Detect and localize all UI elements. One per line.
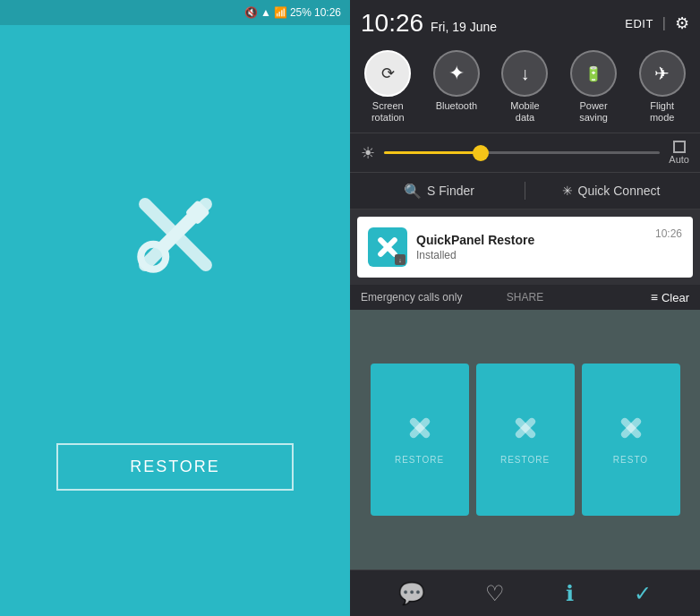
- mobile-data-icon: ↓: [520, 64, 529, 84]
- flight-mode-circle: ✈: [639, 50, 686, 97]
- power-saving-circle: 🔋: [570, 50, 617, 97]
- flight-mode-icon: ✈: [654, 63, 670, 84]
- brightness-thumb: [473, 145, 489, 161]
- wifi-icon: ▲: [260, 6, 271, 19]
- thumb-icon-1: [406, 415, 433, 448]
- brightness-slider[interactable]: [384, 151, 660, 154]
- signal-icon: 📶: [274, 6, 287, 19]
- toggle-flight-mode[interactable]: ✈ Flightmode: [639, 50, 686, 124]
- dock-messages-icon[interactable]: 💬: [398, 581, 425, 606]
- app-icon-area: [117, 25, 234, 443]
- shade-header-right: EDIT | ⚙: [625, 13, 689, 33]
- quick-connect-button[interactable]: ✳ Quick Connect: [533, 184, 689, 198]
- left-panel: 🔇 ▲ 📶 25% 10:26 RESTORE: [0, 0, 350, 616]
- tools-icon: [117, 176, 234, 293]
- notif-content: QuickPanel Restore Installed: [416, 233, 646, 261]
- shade-header: 10:26 Fri, 19 June EDIT | ⚙: [350, 0, 700, 43]
- share-text: SHARE: [507, 291, 543, 304]
- recent-thumb-2[interactable]: RESTORE: [476, 364, 575, 516]
- search-divider: [525, 182, 525, 200]
- search-row: 🔍 S Finder ✳ Quick Connect: [350, 173, 700, 210]
- s-finder-button[interactable]: 🔍 S Finder: [361, 183, 517, 200]
- recent-thumb-1[interactable]: RESTORE: [371, 364, 469, 516]
- shade-time: 10:26: [361, 9, 423, 38]
- thumb-label-1: RESTORE: [395, 455, 444, 465]
- dock-info-icon[interactable]: ℹ: [566, 581, 574, 606]
- quick-toggles: ⟳ Screenrotation ✦ Bluetooth ↓ Mobiledat…: [350, 43, 700, 133]
- bluetooth-circle: ✦: [433, 50, 480, 97]
- power-saving-icon: 🔋: [585, 65, 602, 82]
- notif-time: 10:26: [655, 227, 682, 240]
- thumb-icon-2: [512, 415, 539, 448]
- mobile-data-label: Mobiledata: [510, 100, 539, 124]
- clear-button[interactable]: ≡ Clear: [651, 290, 689, 304]
- brightness-icon: ☀: [361, 143, 375, 163]
- shade-date: Fri, 19 June: [431, 20, 497, 34]
- bluetooth-icon: ✦: [448, 62, 465, 85]
- restore-button[interactable]: RESTORE: [56, 443, 294, 491]
- clear-icon: ≡: [651, 290, 658, 304]
- brightness-row: ☀ Auto: [350, 133, 700, 173]
- thumb-label-3: RESTO: [613, 455, 648, 465]
- settings-icon[interactable]: ⚙: [675, 13, 689, 33]
- recent-thumb-3[interactable]: RESTO: [582, 364, 680, 516]
- screen-rotation-icon: ⟳: [381, 64, 395, 83]
- s-finder-label: S Finder: [427, 184, 474, 198]
- notif-app-icon: ↓: [368, 227, 407, 267]
- notification-card[interactable]: ↓ QuickPanel Restore Installed 10:26: [357, 217, 693, 278]
- recent-apps: RESTORE RESTORE: [350, 310, 700, 569]
- status-bar-left: 🔇 ▲ 📶 25% 10:26: [0, 0, 350, 25]
- dock-check-icon[interactable]: ✓: [634, 581, 652, 606]
- thumb-label-2: RESTORE: [500, 455, 550, 465]
- status-icons: 🔇 ▲ 📶 25% 10:26: [244, 6, 341, 19]
- right-panel: 10:26 Fri, 19 June EDIT | ⚙ ⟳ Screenrota…: [350, 0, 700, 616]
- notif-title: QuickPanel Restore: [416, 233, 646, 247]
- clear-label: Clear: [662, 291, 689, 304]
- thumb-icon-3: [618, 415, 645, 448]
- brightness-fill: [384, 151, 481, 154]
- toggle-screen-rotation[interactable]: ⟳ Screenrotation: [364, 50, 411, 124]
- notif-badge: ↓: [395, 254, 405, 265]
- search-icon: 🔍: [404, 183, 422, 200]
- emergency-bar: Emergency calls only SHARE ≡ Clear: [350, 285, 700, 310]
- time-left: 10:26: [314, 6, 341, 19]
- notif-status: Installed: [416, 249, 646, 261]
- battery-text: 25%: [290, 6, 312, 19]
- auto-square: [673, 141, 686, 153]
- screen-rotation-circle: ⟳: [364, 50, 411, 97]
- flight-mode-label: Flightmode: [650, 100, 675, 124]
- screen-rotation-label: Screenrotation: [371, 100, 405, 124]
- toggle-mobile-data[interactable]: ↓ Mobiledata: [501, 50, 548, 124]
- auto-label: Auto: [669, 154, 689, 165]
- bottom-dock: 💬 ♡ ℹ ✓: [350, 569, 700, 616]
- power-saving-label: Powersaving: [579, 100, 608, 124]
- auto-brightness[interactable]: Auto: [669, 141, 689, 165]
- emergency-text: Emergency calls only: [361, 291, 462, 304]
- notification-shade: 10:26 Fri, 19 June EDIT | ⚙ ⟳ Screenrota…: [350, 0, 700, 616]
- quick-connect-icon: ✳: [562, 184, 573, 198]
- mobile-data-circle: ↓: [501, 50, 548, 97]
- edit-button[interactable]: EDIT: [625, 17, 653, 30]
- header-separator: |: [662, 15, 666, 31]
- mute-icon: 🔇: [244, 6, 258, 19]
- quick-connect-label: Quick Connect: [578, 184, 661, 198]
- toggle-power-saving[interactable]: 🔋 Powersaving: [570, 50, 617, 124]
- bluetooth-label: Bluetooth: [436, 100, 477, 112]
- dock-heart-icon[interactable]: ♡: [485, 581, 505, 606]
- toggle-bluetooth[interactable]: ✦ Bluetooth: [433, 50, 480, 124]
